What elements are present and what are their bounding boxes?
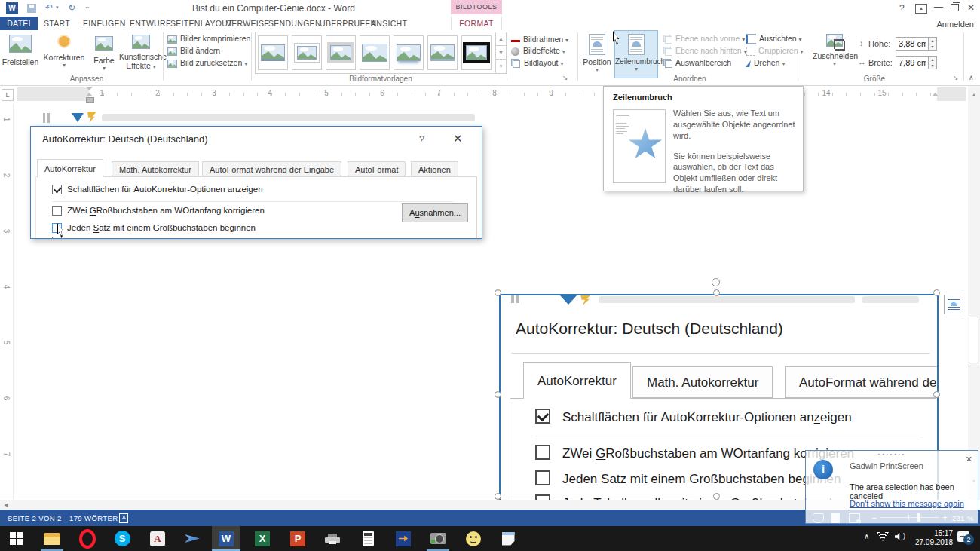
bildlayout-button[interactable]: Bildlayout ▾ <box>511 57 563 69</box>
taskbar-powerpoint-button[interactable]: P <box>285 526 311 551</box>
minimize-icon[interactable]: — <box>934 2 943 12</box>
gallery-scroll-up-icon[interactable]: ▲ <box>495 32 507 45</box>
height-stepper[interactable]: ▴▾ <box>929 37 937 51</box>
style-thumbnail[interactable] <box>326 35 356 70</box>
tab-datei[interactable]: DATEI <box>0 17 38 30</box>
farbe-button[interactable]: Farbe ▾ <box>89 32 119 72</box>
close-icon[interactable]: ✕ <box>967 2 975 13</box>
gallery-scroll-down-icon[interactable]: ▼ <box>495 45 507 60</box>
kuenstlerische-effekte-button[interactable]: Künstlerische Effekte ▾ <box>119 32 163 70</box>
selection-handle[interactable] <box>713 493 720 500</box>
tab-verweise[interactable]: VERWEISE <box>226 17 270 30</box>
collapse-ribbon-icon[interactable]: ∧ <box>969 74 974 81</box>
tab-seitenlayout[interactable]: SEITENLAYOUT <box>170 17 233 30</box>
selection-handle[interactable] <box>933 391 940 398</box>
compress-pictures-button[interactable]: Bilder komprimieren <box>167 33 250 44</box>
taskbar-opera-button[interactable] <box>75 526 100 551</box>
tab-math-autokorrektur[interactable]: Math. Autokorrektur <box>112 161 199 176</box>
tab-stop-selector[interactable]: L <box>2 89 14 101</box>
gallery-more-icon[interactable]: ▾ <box>495 60 507 74</box>
style-thumbnail[interactable] <box>258 35 288 70</box>
taskbar-printer-button[interactable] <box>320 526 345 551</box>
tray-clock[interactable]: 15:17 27.09.2018 <box>909 529 953 547</box>
selection-handle[interactable] <box>495 493 501 500</box>
width-stepper[interactable]: ▴▾ <box>929 56 937 69</box>
taskbar-gadwin-button[interactable] <box>425 526 451 551</box>
taskbar-sticky-notes-button[interactable] <box>495 526 521 551</box>
action-center-icon[interactable]: 2 <box>957 531 969 542</box>
taskbar-excel-button[interactable]: X <box>250 526 275 551</box>
tab-autoformat-eingabe[interactable]: AutoFormat während der Eingabe <box>202 161 341 176</box>
page-indicator[interactable]: SEITE 2 VON 2 <box>8 514 62 522</box>
sign-in-link[interactable]: Anmelden <box>936 20 974 29</box>
help-icon[interactable]: ? <box>899 3 905 14</box>
bildeffekte-button[interactable]: Bildeffekte ▾ <box>511 45 565 57</box>
tab-ueberpruefen[interactable]: ÜBERPRÜFEN <box>320 17 376 30</box>
wifi-icon[interactable] <box>877 532 889 541</box>
tab-format-active[interactable]: FORMAT <box>451 17 502 30</box>
style-thumbnail[interactable] <box>461 35 492 70</box>
tab-sendungen[interactable]: SENDUNGEN <box>268 17 321 30</box>
save-icon[interactable] <box>27 4 36 13</box>
taskbar-blue-arrow-app-button[interactable] <box>179 526 205 551</box>
dialog-close-icon[interactable]: ✕ <box>453 132 463 145</box>
tab-entwurf[interactable]: ENTWURF <box>130 17 171 30</box>
selection-handle[interactable] <box>495 289 501 296</box>
korrekturen-button[interactable]: Korrekturen ▾ <box>41 32 87 69</box>
taskbar-calculator-button[interactable] <box>355 526 381 551</box>
tab-autoformat[interactable]: AutoFormat <box>348 161 406 176</box>
vertical-ruler[interactable]: 1 2 3 4 5 6 7 <box>0 103 14 500</box>
redo-icon[interactable]: ↻ <box>68 2 75 13</box>
undo-dropdown-icon[interactable]: ▾ <box>56 5 59 11</box>
tab-ansicht[interactable]: ANSICHT <box>371 17 407 30</box>
rotation-handle[interactable] <box>712 278 720 286</box>
width-input[interactable] <box>896 56 929 69</box>
tab-einfuegen[interactable]: EINFÜGEN <box>83 17 126 30</box>
rotate-button[interactable]: Drehen ▾ <box>746 57 785 69</box>
horizontal-ruler[interactable]: L 1 2 3 4 5 6 7 8 9 10 11 12 13 14 15 <box>0 86 968 103</box>
align-button[interactable]: Ausrichten ▾ <box>746 33 802 44</box>
qat-customize-icon[interactable]: ⌄ <box>84 2 90 10</box>
notification-dismiss-link[interactable]: Don't show this message again <box>850 499 964 508</box>
vscroll-thumb[interactable] <box>969 317 978 363</box>
layout-options-button[interactable] <box>944 295 963 314</box>
taskbar-word-button[interactable]: W <box>212 526 240 551</box>
freistellen-button[interactable]: Freistellen <box>2 32 39 66</box>
selection-pane-button[interactable]: Auswahlbereich <box>663 57 731 69</box>
checkbox-show-autocorrect-options[interactable] <box>52 185 62 194</box>
selection-handle[interactable] <box>933 289 940 296</box>
proofing-status-icon[interactable]: ✕ <box>119 513 128 523</box>
taskbar-explorer-button[interactable] <box>39 526 65 551</box>
exceptions-button[interactable]: Ausnahmen... <box>402 203 468 222</box>
checkbox-two-initial-capitals[interactable] <box>52 206 62 216</box>
vertical-scrollbar[interactable]: ▼ <box>968 103 980 500</box>
ribbon-display-options-icon[interactable]: ▴ <box>915 4 927 14</box>
styles-dialog-launcher-icon[interactable]: ↘ <box>562 74 568 81</box>
dialog-help-icon[interactable]: ? <box>419 133 424 145</box>
left-indent-marker[interactable] <box>86 97 94 103</box>
taskbar-smiley-app-button[interactable] <box>461 526 486 551</box>
tab-start[interactable]: START <box>44 17 70 30</box>
selection-handle[interactable] <box>713 289 720 296</box>
bildrahmen-button[interactable]: Bildrahmen ▾ <box>511 33 568 44</box>
change-picture-button[interactable]: Bild ändern <box>167 45 220 57</box>
style-thumbnail[interactable] <box>394 35 424 70</box>
bring-forward-button[interactable]: Ebene nach vorne ▾ <box>663 33 745 44</box>
taskbar-skype-button[interactable]: S <box>109 526 135 551</box>
notification-close-icon[interactable]: ✕ <box>966 455 972 464</box>
vscroll-up-button[interactable]: ▲ <box>968 86 980 103</box>
notification-drag-handle[interactable]: ······· <box>806 450 978 458</box>
hscroll-left-icon[interactable]: ◀ <box>2 500 11 510</box>
tab-autokorrektur[interactable]: AutoKorrektur <box>37 159 103 177</box>
speaker-icon[interactable] <box>895 533 902 540</box>
undo-icon[interactable]: ↶ <box>45 2 53 13</box>
reset-picture-button[interactable]: Bild zurücksetzen ▾ <box>167 57 247 69</box>
group-button[interactable]: Gruppieren ▾ <box>746 45 803 57</box>
taskbar-blue-app-button[interactable] <box>390 526 416 551</box>
restore-icon[interactable] <box>951 4 959 11</box>
selection-handle[interactable] <box>495 391 501 398</box>
tray-chevron-icon[interactable]: ∧ <box>864 532 869 540</box>
zuschneiden-button[interactable]: Zuschneiden ▾ <box>813 32 856 67</box>
start-button[interactable] <box>3 526 29 551</box>
size-dialog-launcher-icon[interactable]: ↘ <box>953 74 959 81</box>
